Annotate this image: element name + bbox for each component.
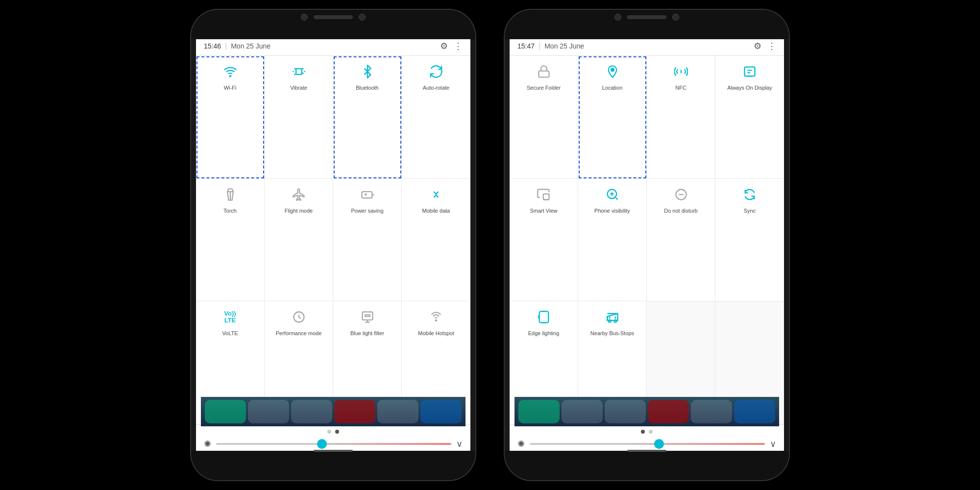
svg-point-10 bbox=[436, 320, 437, 321]
dot-1-1 bbox=[327, 430, 331, 434]
location-label: Location bbox=[602, 84, 623, 91]
brightness-thumb-2[interactable] bbox=[654, 439, 664, 449]
speaker-2 bbox=[627, 15, 666, 19]
svg-rect-14 bbox=[745, 67, 755, 76]
app-2 bbox=[248, 400, 289, 423]
phone-1-bottom: ✺ ∨ bbox=[196, 424, 470, 453]
flightmode-label: Flight mode bbox=[285, 207, 313, 214]
vibrate-icon bbox=[290, 63, 308, 80]
performancemode-label: Performance mode bbox=[276, 330, 322, 337]
alwaysondisplay-icon bbox=[741, 63, 759, 80]
mobilehotspot-icon bbox=[427, 308, 445, 326]
phone-1-top-bar bbox=[301, 14, 366, 21]
phone-1: 15:46 | Mon 25 June ⚙ ⋮ bbox=[191, 10, 475, 480]
bluelightfilter-icon bbox=[359, 308, 376, 326]
edgelighting-icon bbox=[535, 308, 553, 326]
qs-bluetooth[interactable]: Bluetooth bbox=[333, 56, 402, 179]
wifi-label: Wi-Fi bbox=[224, 84, 237, 91]
sensor-2 bbox=[672, 14, 679, 21]
sync-icon bbox=[741, 186, 759, 203]
qs-donotdisturb[interactable]: Do not disturb bbox=[647, 179, 715, 302]
home-bar-2 bbox=[627, 450, 666, 452]
apps-bar-2 bbox=[514, 397, 779, 426]
dot-2-2 bbox=[649, 430, 653, 434]
powersaving-icon bbox=[359, 186, 376, 203]
phonevisibility-label: Phone visibility bbox=[594, 207, 630, 214]
dot-1-2 bbox=[335, 430, 339, 434]
performancemode-icon bbox=[290, 308, 308, 326]
donotdisturb-icon bbox=[672, 186, 690, 203]
speaker-1 bbox=[314, 15, 353, 19]
nearbybusstops-label: Nearby Bus-Stops bbox=[590, 330, 634, 337]
flightmode-icon bbox=[290, 186, 308, 203]
phone-2-bottom: ✺ ∨ bbox=[510, 424, 784, 453]
qs-vibrate[interactable]: Vibrate bbox=[265, 56, 333, 179]
sync-label: Sync bbox=[744, 207, 756, 214]
front-camera-1 bbox=[301, 14, 308, 21]
autorotate-label: Auto-rotate bbox=[423, 84, 449, 91]
app-3 bbox=[291, 400, 332, 423]
securefolder-icon bbox=[535, 63, 553, 80]
brightness-thumb-1[interactable] bbox=[317, 439, 327, 449]
qs-alwaysondisplay[interactable]: Always On Display bbox=[715, 56, 784, 179]
qs-flightmode[interactable]: Flight mode bbox=[265, 179, 333, 302]
svg-point-0 bbox=[229, 75, 230, 76]
brightness-row-1: ✺ ∨ bbox=[204, 439, 463, 449]
brightness-track-2[interactable] bbox=[530, 443, 765, 445]
qs-grid-1: Wi-Fi Vibrate bbox=[196, 56, 470, 424]
bluetooth-icon bbox=[359, 63, 376, 80]
brightness-track-1[interactable] bbox=[216, 443, 451, 445]
vibrate-label: Vibrate bbox=[290, 84, 307, 91]
menu-icon-2[interactable]: ⋮ bbox=[767, 41, 776, 51]
svg-rect-19 bbox=[539, 312, 548, 323]
edgelighting-label: Edge lighting bbox=[528, 330, 560, 337]
bluelightfilter-label: Blue light filter bbox=[350, 330, 384, 337]
qs-securefolder[interactable]: Secure Folder bbox=[510, 56, 578, 179]
app2-5 bbox=[691, 400, 732, 423]
smartview-label: Smart View bbox=[530, 207, 557, 214]
front-camera-2 bbox=[614, 14, 621, 21]
powersaving-label: Power saving bbox=[351, 207, 383, 214]
pagination-1 bbox=[204, 430, 463, 434]
svg-point-12 bbox=[611, 69, 614, 72]
chevron-icon-2[interactable]: ∨ bbox=[770, 439, 776, 449]
donotdisturb-label: Do not disturb bbox=[664, 207, 697, 214]
app-5 bbox=[377, 400, 418, 423]
home-bar-1 bbox=[314, 450, 353, 452]
svg-rect-15 bbox=[543, 194, 549, 199]
smartview-icon bbox=[535, 186, 553, 203]
status-icons-2: ⚙ ⋮ bbox=[754, 41, 776, 51]
app2-3 bbox=[605, 400, 646, 423]
qs-location[interactable]: Location bbox=[578, 56, 647, 179]
brightness-icon-1: ✺ bbox=[204, 439, 211, 449]
qs-wifi[interactable]: Wi-Fi bbox=[196, 56, 265, 179]
phone-2-top-bar bbox=[614, 14, 679, 21]
svg-rect-1 bbox=[296, 69, 302, 74]
nearbybusstops-icon bbox=[604, 308, 621, 326]
pagination-2 bbox=[517, 430, 776, 434]
qs-nfc[interactable]: NFC bbox=[647, 56, 715, 179]
qs-autorotate[interactable]: Auto-rotate bbox=[402, 56, 470, 179]
qs-smartview[interactable]: Smart View bbox=[510, 179, 578, 302]
status-icons-1: ⚙ ⋮ bbox=[440, 41, 463, 51]
qs-sync[interactable]: Sync bbox=[715, 179, 784, 302]
app2-2 bbox=[562, 400, 603, 423]
qs-powersaving[interactable]: Power saving bbox=[333, 179, 402, 302]
status-bar-2: 15:47 | Mon 25 June ⚙ ⋮ bbox=[510, 37, 784, 56]
phone-2-screen: 15:47 | Mon 25 June ⚙ ⋮ Secure Folder bbox=[510, 37, 784, 453]
gear-icon-1[interactable]: ⚙ bbox=[440, 41, 448, 51]
mobiledata-icon bbox=[427, 186, 445, 203]
menu-icon-1[interactable]: ⋮ bbox=[454, 41, 463, 51]
svg-rect-11 bbox=[539, 71, 549, 77]
nfc-label: NFC bbox=[675, 84, 686, 91]
gear-icon-2[interactable]: ⚙ bbox=[754, 41, 761, 51]
torch-label: Torch bbox=[223, 207, 237, 214]
date-2: Mon 25 June bbox=[544, 42, 584, 50]
qs-mobiledata[interactable]: Mobile data bbox=[402, 179, 470, 302]
chevron-icon-1[interactable]: ∨ bbox=[456, 439, 463, 449]
qs-torch[interactable]: Torch bbox=[196, 179, 265, 302]
app2-grab bbox=[518, 400, 560, 423]
app2-netflix bbox=[648, 400, 689, 423]
brightness-row-2: ✺ ∨ bbox=[517, 439, 776, 449]
qs-phonevisibility[interactable]: Phone visibility bbox=[578, 179, 647, 302]
